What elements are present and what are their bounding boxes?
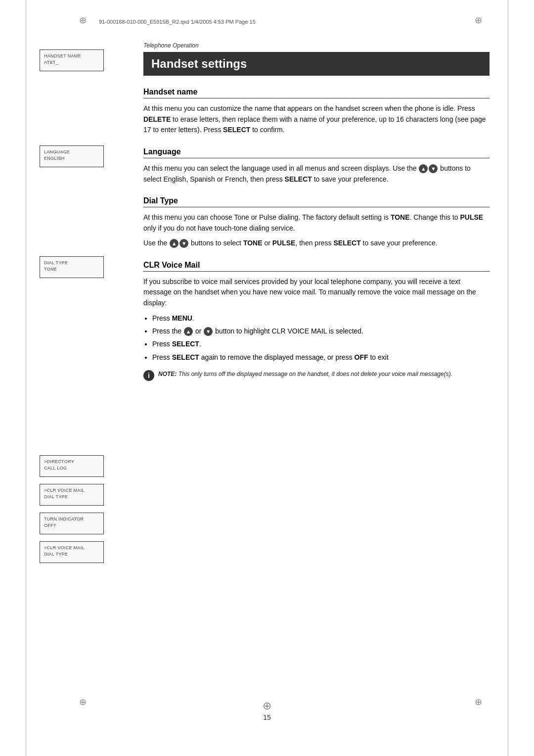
directory-call-log-screen: >DIRECTORY CALL LOG	[40, 455, 104, 477]
up-button-icon3: ▲	[184, 327, 193, 336]
down-button-icon3: ▼	[204, 327, 213, 336]
main-content: Telephone Operation Handset settings Han…	[143, 42, 490, 381]
edge-line-left	[26, 0, 26, 756]
language-line1: LANGUAGE	[44, 149, 99, 155]
heading-clr-voice-mail: CLR Voice Mail	[143, 261, 490, 272]
heading-dial-type: Dial Type	[143, 196, 490, 207]
clr-vm-line1: >CLR VOICE MAIL	[44, 487, 99, 494]
bullet-3: Press SELECT.	[152, 338, 490, 349]
down-button-icon2: ▼	[179, 239, 188, 248]
turn-ind-line2: OFF?	[44, 522, 99, 529]
clr-voice-mail-text: If you subscribe to voice mail services …	[143, 277, 490, 309]
language-screen: LANGUAGE ENGLISH	[40, 145, 104, 167]
handset-name-line1: HANDSET NAME	[44, 53, 99, 59]
sidebar-bottom-screens: >DIRECTORY CALL LOG >CLR VOICE MAIL DIAL…	[40, 455, 124, 578]
note-box: i NOTE: This only turns off the displaye…	[143, 370, 490, 381]
up-button-icon2: ▲	[170, 239, 178, 248]
clr-voice-mail-screen2: >CLR VOICE MAIL DIAL TYPE	[40, 541, 104, 563]
handset-name-screen: HANDSET NAME AT&T_	[40, 49, 104, 71]
page-number: 15	[263, 713, 271, 721]
dial-type-screen: DIAL TYPE TONE	[40, 256, 104, 278]
turn-indicator-screen: TURN INDICATOR OFF?	[40, 513, 104, 534]
directory-line1: >DIRECTORY	[44, 459, 99, 465]
note-text: NOTE: This only turns off the displayed …	[158, 370, 452, 378]
clr-vm2-line1: >CLR VOICE MAIL	[44, 545, 99, 551]
dial-type-text1: At this menu you can choose Tone or Puls…	[143, 212, 490, 234]
clr-voice-mail-bullets: Press MENU. Press the ▲ or ▼ button to h…	[152, 313, 490, 363]
clr-vm-line2: DIAL TYPE	[44, 494, 99, 500]
file-info: 91-000168-010-000_E5915B_R2.qxd 1/4/2005…	[99, 19, 256, 25]
down-button-icon: ▼	[429, 164, 438, 173]
bullet-1: Press MENU.	[152, 313, 490, 324]
crosshair-bottom: ⊕	[263, 700, 271, 712]
dial-type-line2: TONE	[44, 266, 99, 273]
handset-name-line2: AT&T_	[44, 59, 99, 66]
reg-mark-top-right	[475, 15, 485, 25]
handset-name-text: At this menu you can customize the name …	[143, 103, 490, 136]
language-text: At this menu you can select the language…	[143, 163, 490, 185]
clr-voice-mail-screen1: >CLR VOICE MAIL DIAL TYPE	[40, 484, 104, 506]
up-button-icon: ▲	[419, 164, 428, 173]
clr-vm2-line2: DIAL TYPE	[44, 551, 99, 558]
reg-mark-bottom-right	[475, 697, 485, 707]
bullet-4: Press SELECT again to remove the display…	[152, 352, 490, 363]
heading-language: Language	[143, 147, 490, 158]
reg-mark-bottom-left	[79, 697, 89, 707]
edge-line-right	[508, 0, 508, 756]
section-label: Telephone Operation	[143, 42, 490, 49]
dial-type-text2: Use the ▲▼ buttons to select TONE or PUL…	[143, 238, 490, 249]
turn-ind-line1: TURN INDICATOR	[44, 516, 99, 522]
language-line2: ENGLISH	[44, 155, 99, 162]
note-icon: i	[143, 370, 154, 381]
sidebar-screens: HANDSET NAME AT&T_ LANGUAGE ENGLISH DIAL…	[40, 49, 124, 293]
heading-handset-name: Handset name	[143, 88, 490, 98]
bullet-2: Press the ▲ or ▼ button to highlight CLR…	[152, 326, 490, 336]
directory-line2: CALL LOG	[44, 465, 99, 472]
dial-type-line1: DIAL TYPE	[44, 260, 99, 266]
reg-mark-top-left	[79, 15, 89, 25]
page-title: Handset settings	[143, 52, 490, 76]
